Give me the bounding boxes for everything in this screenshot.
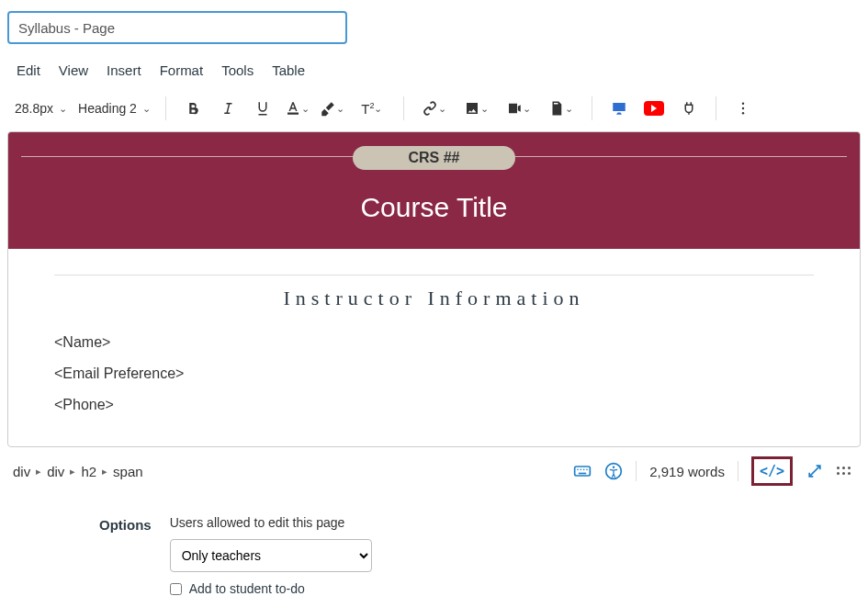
editor-menubar: Edit View Insert Format Tools Table (0, 62, 868, 91)
highlight-button[interactable]: ⌄ (319, 95, 346, 122)
svg-point-1 (742, 103, 744, 105)
svg-point-7 (581, 469, 582, 471)
todo-checkbox[interactable] (170, 583, 182, 595)
page-title-input[interactable] (7, 11, 347, 44)
menu-table[interactable]: Table (272, 62, 305, 78)
todo-checkbox-row[interactable]: Add to student to-do (170, 581, 372, 596)
plugin-icon[interactable] (675, 95, 703, 122)
options-section: Options Users allowed to edit this page … (0, 493, 868, 596)
svg-point-11 (613, 467, 615, 469)
svg-point-2 (742, 107, 744, 109)
menu-format[interactable]: Format (160, 62, 204, 78)
app-presentation-icon[interactable] (605, 95, 633, 122)
chevron-down-icon: ⌄ (480, 103, 489, 115)
document-button[interactable]: ⌄ (544, 95, 579, 122)
toolbar-divider (592, 96, 592, 120)
editor-status-bar: div▸ div▸ h2▸ span 2,919 words </> (0, 447, 868, 493)
options-label: Options (99, 515, 152, 533)
html-editor-button[interactable]: </> (751, 456, 793, 486)
course-title-heading: Course Title (8, 192, 860, 223)
block-format-select[interactable]: Heading 2⌄ (76, 97, 152, 119)
editor-toolbar: 28.8px⌄ Heading 2⌄ ⌄ ⌄ T2⌄ ⌄ ⌄ ⌄ ⌄ (0, 91, 868, 131)
chevron-down-icon: ⌄ (523, 103, 531, 115)
instructor-email-field: <Email Preference> (54, 365, 814, 382)
element-breadcrumb[interactable]: div▸ div▸ h2▸ span (13, 464, 573, 479)
link-button[interactable]: ⌄ (417, 95, 452, 122)
section-divider (54, 275, 814, 276)
svg-rect-0 (287, 113, 299, 115)
toolbar-divider (165, 96, 166, 120)
svg-point-8 (583, 469, 585, 471)
content-body: Instructor Information <Name> <Email Pre… (8, 249, 860, 446)
breadcrumb-item[interactable]: div (47, 464, 64, 479)
chevron-down-icon: ⌄ (438, 103, 446, 115)
word-count[interactable]: 2,919 words (649, 464, 725, 479)
instructor-phone-field: <Phone> (54, 397, 814, 413)
superscript-button[interactable]: T2⌄ (354, 95, 390, 122)
chevron-down-icon: ⌄ (301, 103, 310, 115)
bold-button[interactable] (179, 95, 207, 122)
menu-view[interactable]: View (59, 62, 88, 78)
menu-insert[interactable]: Insert (107, 62, 141, 78)
italic-button[interactable] (214, 95, 242, 122)
instructor-name-field: <Name> (54, 334, 814, 351)
course-banner: CRS ## Course Title (8, 132, 860, 249)
fullscreen-icon[interactable] (806, 462, 824, 480)
font-size-select[interactable]: 28.8px⌄ (13, 97, 69, 119)
chevron-down-icon: ⌄ (142, 103, 151, 115)
image-button[interactable]: ⌄ (459, 95, 494, 122)
options-caption: Users allowed to edit this page (170, 515, 372, 530)
youtube-icon[interactable] (640, 95, 668, 122)
breadcrumb-item[interactable]: h2 (81, 464, 96, 479)
breadcrumb-item[interactable]: span (113, 464, 143, 479)
accessibility-icon[interactable] (604, 462, 623, 480)
svg-point-6 (577, 469, 579, 471)
svg-point-9 (586, 469, 588, 471)
todo-checkbox-label: Add to student to-do (189, 581, 305, 596)
underline-button[interactable] (249, 95, 276, 122)
menu-tools[interactable]: Tools (221, 62, 254, 78)
menu-edit[interactable]: Edit (17, 62, 40, 78)
toolbar-divider (403, 96, 404, 120)
resize-grip-icon[interactable] (837, 467, 851, 476)
breadcrumb-item[interactable]: div (13, 464, 30, 479)
chevron-down-icon: ⌄ (565, 103, 573, 115)
more-vertical-icon[interactable] (729, 95, 757, 122)
svg-rect-5 (579, 473, 586, 475)
edit-permissions-select[interactable]: Only teachers (170, 539, 372, 572)
editor-content-frame[interactable]: CRS ## Course Title Instructor Informati… (7, 131, 861, 447)
chevron-down-icon: ⌄ (336, 103, 344, 115)
keyboard-icon[interactable] (573, 462, 592, 480)
text-color-button[interactable]: ⌄ (284, 95, 311, 122)
svg-point-3 (742, 112, 744, 114)
course-number-pill: CRS ## (353, 146, 514, 170)
chevron-down-icon: ⌄ (59, 103, 67, 115)
media-button[interactable]: ⌄ (502, 95, 536, 122)
chevron-down-icon: ⌄ (374, 103, 382, 115)
toolbar-divider (716, 96, 716, 120)
instructor-info-heading: Instructor Information (54, 287, 814, 310)
svg-rect-4 (575, 467, 591, 476)
